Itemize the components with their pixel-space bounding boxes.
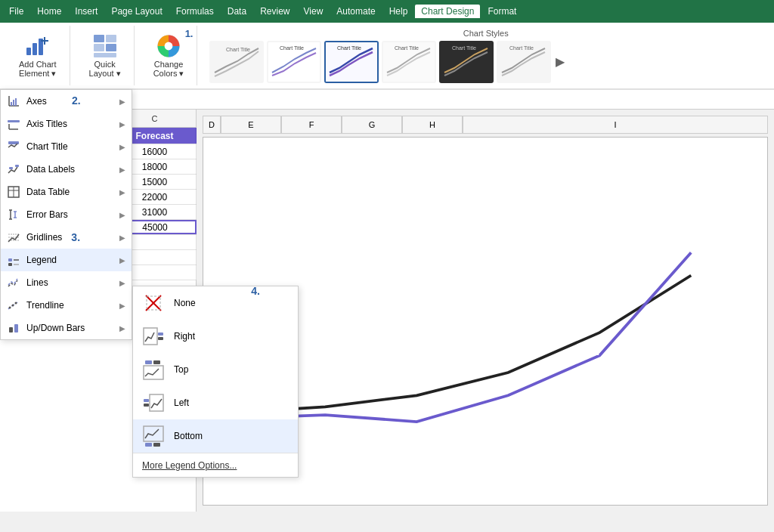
- svg-point-52: [9, 307, 11, 309]
- col-header-H[interactable]: H: [402, 116, 463, 134]
- menu-home[interactable]: Home: [31, 5, 67, 18]
- menu-item-gridlines[interactable]: Gridlines 3. ▶: [1, 226, 132, 249]
- chart-style-6[interactable]: Chart Title: [497, 41, 551, 83]
- gridlines-icon: [7, 230, 20, 244]
- menu-item-lines[interactable]: Lines ▶: [1, 271, 132, 294]
- svg-rect-1: [33, 43, 37, 55]
- col-header-E[interactable]: E: [221, 116, 281, 134]
- svg-rect-7: [94, 44, 104, 51]
- svg-rect-6: [106, 35, 116, 42]
- menu-item-axes[interactable]: Axes ▶: [1, 90, 132, 113]
- ribbon-content: Add ChartElement ▾ QuickLayout ▾ 1.: [0, 23, 774, 90]
- col-header-I[interactable]: I: [463, 116, 768, 134]
- menu-item-data-labels[interactable]: Data Labels ▶: [1, 158, 132, 181]
- legend-left-icon: [142, 391, 165, 414]
- svg-rect-30: [8, 120, 20, 122]
- svg-rect-56: [14, 324, 18, 332]
- lines-icon: [7, 276, 20, 289]
- chart-styles-row: Chart Title Chart Title Chart Title Char…: [209, 41, 762, 83]
- add-chart-icon: [24, 32, 51, 60]
- menu-item-data-table[interactable]: Data Table ▶: [1, 181, 132, 203]
- change-colors-label: ChangeColors ▾: [153, 60, 184, 79]
- data-table-arrow: ▶: [119, 188, 125, 196]
- svg-point-11: [165, 42, 173, 51]
- legend-right[interactable]: Right: [133, 320, 298, 353]
- more-legend-options[interactable]: More Legend Options...: [133, 453, 298, 477]
- formula-input[interactable]: [88, 94, 771, 105]
- axis-titles-icon: [7, 117, 20, 131]
- menu-file[interactable]: File: [3, 5, 29, 18]
- quick-layout-icon: [91, 32, 119, 60]
- quick-layout-label: QuickLayout ▾: [89, 60, 121, 79]
- menu-page-layout[interactable]: Page Layout: [105, 5, 168, 18]
- menu-view[interactable]: View: [298, 5, 330, 18]
- svg-rect-8: [106, 44, 116, 51]
- col-header-D[interactable]: D: [203, 116, 221, 134]
- svg-rect-50: [8, 263, 12, 266]
- quick-layout-group: QuickLayout ▾: [76, 26, 135, 85]
- col-header-F[interactable]: F: [281, 116, 342, 134]
- svg-rect-60: [144, 328, 157, 345]
- add-chart-element-button[interactable]: Add ChartElement ▾: [12, 29, 63, 82]
- chart-title-icon: [7, 140, 20, 153]
- legend-arrow: ▶: [119, 256, 125, 264]
- svg-text:Chart Title: Chart Title: [452, 45, 476, 51]
- step3-badge: 3.: [71, 231, 80, 243]
- svg-rect-61: [158, 332, 163, 336]
- chart-style-4[interactable]: Chart Title: [382, 41, 436, 83]
- svg-rect-0: [26, 48, 31, 55]
- chart-styles-label: Chart Styles: [209, 29, 762, 38]
- legend-left[interactable]: Left: [133, 386, 298, 419]
- updown-bars-arrow: ▶: [119, 324, 125, 332]
- menu-item-legend[interactable]: Legend ▶: [1, 249, 132, 271]
- error-bars-arrow: ▶: [119, 211, 125, 219]
- legend-bottom[interactable]: Bottom: [133, 419, 298, 453]
- svg-text:Chart Title: Chart Title: [337, 45, 361, 51]
- menu-item-error-bars[interactable]: Error Bars ▶: [1, 203, 132, 226]
- legend-icon: [7, 253, 20, 267]
- menu-formulas[interactable]: Formulas: [170, 5, 220, 18]
- col-header-G[interactable]: G: [342, 116, 402, 134]
- change-colors-button[interactable]: 1. ChangeColors ▾: [147, 29, 191, 82]
- gridlines-arrow: ▶: [119, 234, 125, 242]
- quick-layout-button[interactable]: QuickLayout ▾: [82, 29, 128, 82]
- right-col-headers: D E F G H I: [203, 116, 768, 134]
- svg-rect-70: [145, 443, 152, 447]
- svg-point-53: [12, 305, 14, 307]
- chart-style-1[interactable]: Chart Title: [209, 41, 264, 83]
- change-colors-icon: [155, 32, 182, 60]
- menu-data[interactable]: Data: [221, 5, 252, 18]
- chart-style-5[interactable]: Chart Title: [439, 41, 494, 83]
- menu-insert[interactable]: Insert: [69, 5, 104, 18]
- svg-rect-64: [145, 360, 152, 364]
- svg-rect-63: [144, 366, 163, 379]
- axes-icon: [7, 94, 20, 108]
- legend-submenu: 4. None Right Top Left Bottom More Legen…: [132, 286, 299, 478]
- menu-help[interactable]: Help: [383, 5, 414, 18]
- chart-style-2[interactable]: Chart Title: [267, 41, 321, 83]
- data-labels-arrow: ▶: [119, 165, 125, 174]
- menu-item-updown-bars[interactable]: Up/Down Bars ▶: [1, 317, 132, 339]
- menu-format[interactable]: Format: [481, 5, 522, 18]
- svg-rect-71: [153, 443, 160, 447]
- svg-text:Chart Title: Chart Title: [280, 45, 304, 51]
- menu-chart-design[interactable]: Chart Design: [415, 5, 480, 18]
- chart-style-3[interactable]: Chart Title: [324, 41, 379, 83]
- menu-automate[interactable]: Automate: [330, 5, 381, 18]
- chart-styles-scroll-right[interactable]: ▶: [554, 54, 566, 69]
- svg-rect-65: [153, 360, 160, 364]
- legend-top[interactable]: Top: [133, 353, 298, 386]
- svg-rect-9: [94, 53, 116, 57]
- menu-item-axis-titles[interactable]: Axis Titles ▶: [1, 113, 132, 135]
- add-chart-label: Add ChartElement ▾: [19, 60, 57, 79]
- lines-arrow: ▶: [119, 279, 125, 287]
- menu-item-trendline[interactable]: Trendline ▶: [1, 294, 132, 317]
- error-bars-icon: [7, 208, 20, 221]
- legend-right-icon: [142, 325, 165, 348]
- data-table-icon: [7, 185, 20, 199]
- menu-review[interactable]: Review: [254, 5, 296, 18]
- legend-none[interactable]: None: [133, 286, 298, 320]
- axes-arrow: ▶: [119, 97, 125, 106]
- svg-rect-62: [158, 337, 163, 340]
- menu-item-chart-title[interactable]: Chart Title ▶: [1, 135, 132, 158]
